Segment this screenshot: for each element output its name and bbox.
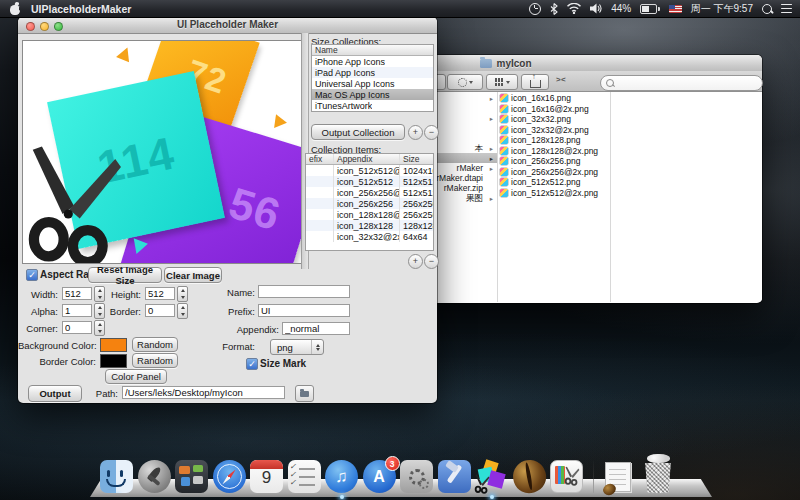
border-stepper[interactable] bbox=[177, 303, 188, 319]
wifi-icon[interactable] bbox=[567, 3, 581, 14]
format-popup[interactable]: png bbox=[270, 339, 324, 355]
remove-item-button[interactable]: − bbox=[424, 254, 439, 269]
collection-row[interactable]: iPhone App Icons bbox=[312, 56, 433, 67]
collection-row[interactable]: iPad App Icons bbox=[312, 67, 433, 78]
scissors-icon bbox=[563, 465, 581, 487]
dock-launchpad-icon[interactable] bbox=[138, 460, 171, 493]
remove-collection-button[interactable]: − bbox=[424, 125, 439, 140]
file-row[interactable]: icon_256x256.png bbox=[500, 156, 610, 167]
image-file-icon bbox=[500, 168, 508, 176]
battery-percent: 44% bbox=[611, 3, 631, 14]
width-field[interactable] bbox=[62, 287, 92, 300]
zoom-button[interactable] bbox=[54, 22, 63, 31]
minimize-button[interactable] bbox=[40, 22, 49, 31]
image-preview[interactable]: 72 56 114 bbox=[22, 40, 302, 264]
dock-app-store-icon[interactable]: A 3 bbox=[363, 460, 396, 493]
bluetooth-icon[interactable] bbox=[550, 3, 558, 15]
border-color-swatch[interactable] bbox=[100, 354, 127, 368]
column-divider[interactable] bbox=[610, 92, 611, 302]
file-row[interactable]: icon_512x512@2x.png bbox=[500, 188, 610, 199]
image-file-icon bbox=[500, 178, 508, 186]
item-row[interactable]: icon_256x256256x256 bbox=[306, 198, 433, 209]
volume-icon[interactable] bbox=[590, 3, 602, 14]
height-stepper[interactable] bbox=[177, 286, 188, 302]
dock-xcode-icon[interactable] bbox=[438, 460, 471, 493]
file-row[interactable]: icon_128x128.png bbox=[500, 135, 610, 146]
menu-app-name[interactable]: UIPlaceholderMaker bbox=[31, 3, 131, 15]
share-button[interactable] bbox=[521, 74, 549, 90]
file-row[interactable]: icon_256x256@2x.png bbox=[500, 167, 610, 178]
dock-mission-control-icon[interactable] bbox=[175, 460, 208, 493]
choose-path-button[interactable] bbox=[295, 385, 314, 402]
table-header[interactable]: efix Appendix Size bbox=[306, 154, 433, 165]
table-header[interactable]: Name bbox=[312, 45, 433, 56]
dock-finder-icon[interactable] bbox=[100, 460, 133, 493]
menu-bar: UIPlaceholderMaker 44% 周一 下午9:57 bbox=[0, 0, 800, 18]
grid-icon bbox=[495, 78, 504, 86]
file-row[interactable]: icon_128x128@2x.png bbox=[500, 146, 610, 157]
collection-row[interactable]: Universal App Icons bbox=[312, 78, 433, 89]
clear-image-button[interactable]: Clear Image bbox=[164, 267, 222, 283]
dock-reminders-icon[interactable] bbox=[288, 460, 321, 493]
path-field[interactable] bbox=[122, 386, 285, 399]
input-source-flag-icon[interactable] bbox=[669, 5, 682, 13]
dock-itunes-icon[interactable]: ♫ bbox=[325, 460, 358, 493]
add-collection-button[interactable]: + bbox=[408, 125, 423, 140]
dock-trash-icon[interactable] bbox=[644, 457, 673, 493]
item-row[interactable]: icon_512x512512x512 bbox=[306, 176, 433, 187]
image-file-icon bbox=[500, 147, 508, 155]
background-random-button[interactable]: Random bbox=[132, 337, 178, 352]
arrange-button[interactable] bbox=[486, 74, 518, 90]
action-gear-button[interactable] bbox=[447, 74, 483, 90]
time-machine-icon[interactable] bbox=[529, 3, 541, 15]
file-row[interactable]: icon_16x16.png bbox=[500, 93, 610, 104]
item-row[interactable]: icon_256x256@2x512x512 bbox=[306, 187, 433, 198]
prefix-field[interactable] bbox=[258, 304, 350, 317]
border-random-button[interactable]: Random bbox=[132, 353, 178, 368]
battery-icon[interactable] bbox=[640, 4, 660, 14]
item-row[interactable]: icon_512x512@2x1024x1024 bbox=[306, 165, 433, 176]
corner-stepper[interactable] bbox=[94, 320, 105, 336]
menu-clock[interactable]: 周一 下午9:57 bbox=[691, 2, 753, 16]
name-field[interactable] bbox=[258, 285, 350, 298]
column-divider[interactable] bbox=[497, 92, 498, 302]
size-mark-checkbox[interactable] bbox=[246, 358, 258, 370]
dock-system-preferences-icon[interactable] bbox=[400, 460, 433, 493]
dock-graphics-app-icon[interactable] bbox=[550, 460, 583, 493]
folder-icon bbox=[300, 391, 309, 397]
image-file-icon bbox=[500, 157, 508, 165]
add-item-button[interactable]: + bbox=[408, 254, 423, 269]
height-field[interactable] bbox=[145, 287, 175, 300]
alpha-field[interactable] bbox=[62, 304, 92, 317]
dock-ui-placeholder-maker-icon[interactable] bbox=[475, 460, 508, 493]
item-row[interactable]: icon_32x32@2x64x64 bbox=[306, 231, 433, 242]
finder-search-field[interactable] bbox=[600, 75, 763, 91]
dock-bean-icon[interactable] bbox=[508, 456, 550, 498]
spotlight-icon[interactable] bbox=[762, 4, 772, 14]
file-row[interactable]: icon_16x16@2x.png bbox=[500, 104, 610, 115]
output-button[interactable]: Output bbox=[28, 385, 82, 402]
reset-image-size-button[interactable]: Reset Image Size bbox=[88, 267, 162, 283]
appendix-field[interactable] bbox=[282, 322, 350, 335]
collection-row[interactable]: iTunesArtwork bbox=[312, 100, 433, 111]
file-row[interactable]: icon_32x32.png bbox=[500, 114, 610, 125]
item-row[interactable]: icon_128x128@2x256x256 bbox=[306, 209, 433, 220]
output-collection-button[interactable]: Output Collection bbox=[311, 124, 405, 140]
file-row[interactable]: icon_512x512.png bbox=[500, 177, 610, 188]
file-row[interactable]: icon_32x32@2x.png bbox=[500, 125, 610, 136]
notification-center-icon[interactable] bbox=[781, 4, 792, 13]
border-field[interactable] bbox=[145, 304, 175, 317]
color-panel-button[interactable]: Color Panel bbox=[105, 369, 167, 384]
item-row[interactable]: icon_128x128128x128 bbox=[306, 220, 433, 231]
apple-menu-icon[interactable] bbox=[10, 3, 21, 15]
aspect-ratio-checkbox[interactable] bbox=[26, 269, 38, 281]
dock-documents-stack[interactable] bbox=[603, 460, 633, 493]
collapse-columns-icon[interactable]: > < bbox=[556, 75, 565, 84]
collection-row-selected[interactable]: Mac OS App Icons bbox=[312, 89, 433, 100]
corner-field[interactable] bbox=[62, 321, 92, 334]
dock-calendar-icon[interactable]: 9 bbox=[250, 460, 283, 493]
close-button[interactable] bbox=[26, 22, 35, 31]
dock-safari-icon[interactable] bbox=[213, 460, 246, 493]
background-color-swatch[interactable] bbox=[100, 338, 127, 352]
app-titlebar[interactable]: UI Placeholder Maker bbox=[18, 17, 437, 34]
